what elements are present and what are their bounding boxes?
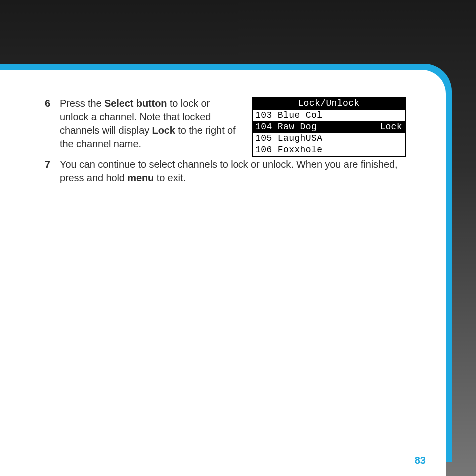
channel-name: LaughUSA <box>278 133 323 144</box>
channel-name: Raw Dog <box>278 121 317 133</box>
lcd-title: Lock/Unlock <box>253 98 405 110</box>
step-text: You can continue to select channels to l… <box>60 158 406 185</box>
page-number: 83 <box>415 455 426 466</box>
channel-number: 105 <box>255 133 272 144</box>
step-7: 7 You can continue to select channels to… <box>45 158 406 185</box>
lcd-screenshot: Lock/Unlock 103 Blue Col 104 Raw Dog Loc… <box>252 97 406 157</box>
content-area: Lock/Unlock 103 Blue Col 104 Raw Dog Loc… <box>45 97 406 185</box>
channel-name: Foxxhole <box>278 144 323 156</box>
step-number: 7 <box>45 158 60 171</box>
channel-name: Blue Col <box>278 110 323 121</box>
lcd-row: 103 Blue Col <box>253 110 405 121</box>
manual-page: Lock/Unlock 103 Blue Col 104 Raw Dog Loc… <box>0 70 446 476</box>
channel-number: 106 <box>255 144 272 156</box>
lcd-row: 106 Foxxhole <box>253 144 405 156</box>
lcd-row: 105 LaughUSA <box>253 133 405 144</box>
lcd-row-selected: 104 Raw Dog Lock <box>253 121 405 133</box>
step-text: Press the Select button to lock or unloc… <box>60 97 236 151</box>
channel-number: 103 <box>255 110 272 121</box>
step-number: 6 <box>45 97 60 110</box>
channel-number: 104 <box>255 121 272 133</box>
channel-status: Lock <box>380 121 402 133</box>
lcd-display: Lock/Unlock 103 Blue Col 104 Raw Dog Loc… <box>252 97 406 157</box>
